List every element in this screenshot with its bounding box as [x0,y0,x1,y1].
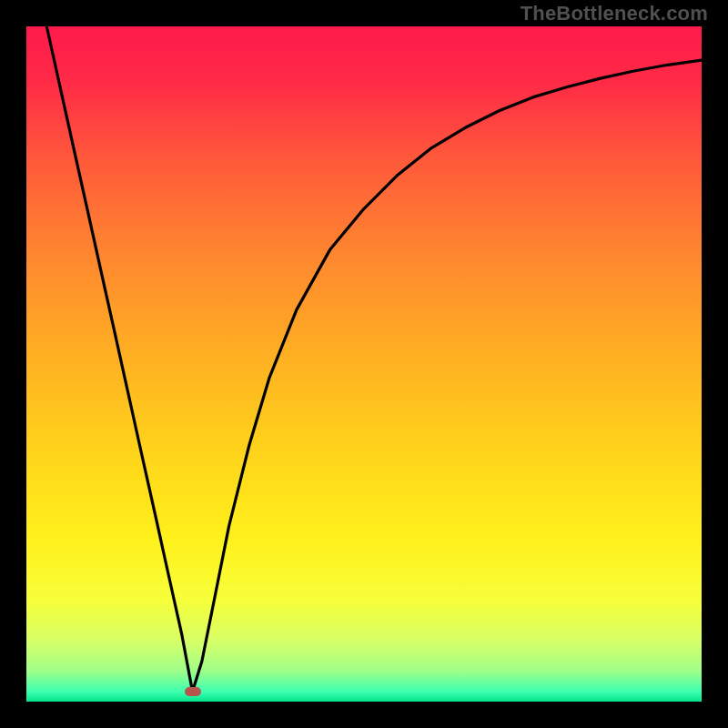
minimum-marker [185,687,201,696]
plot-area [26,26,702,702]
chart-frame: TheBottleneck.com [0,0,728,728]
watermark-label: TheBottleneck.com [521,2,708,25]
bottleneck-curve [26,26,702,702]
